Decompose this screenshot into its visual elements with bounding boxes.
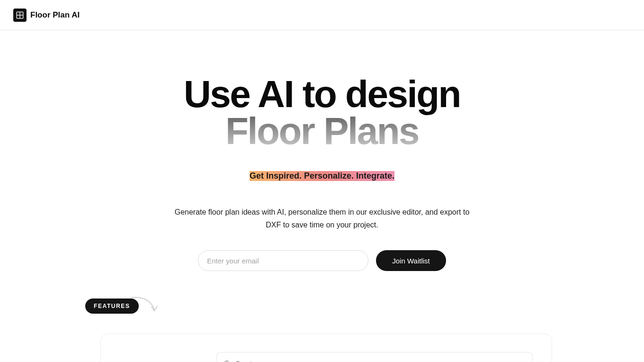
- hero-title-line2: Floor Plans: [225, 110, 419, 152]
- hero-tagline: Get Inspired. Personalize. Integrate.: [250, 171, 394, 181]
- hero-subtext: Generate floor plan ideas with AI, perso…: [170, 206, 474, 231]
- room-builder-panel: Create a new room... Requirements: [216, 352, 533, 362]
- site-header: Floor Plan AI: [0, 0, 644, 30]
- hero-title-line1: Use AI to design: [184, 73, 460, 115]
- waitlist-form: Join Waitlist: [0, 250, 644, 271]
- brand-name: Floor Plan AI: [30, 10, 80, 20]
- hero-title: Use AI to design Floor Plans: [0, 76, 644, 150]
- hero-tagline-wrap: Get Inspired. Personalize. Integrate.: [0, 150, 644, 181]
- room-builder-search-row: Create a new room...: [217, 353, 532, 362]
- join-waitlist-button[interactable]: Join Waitlist: [376, 250, 446, 271]
- email-field[interactable]: [198, 250, 368, 271]
- brand-logo-icon: [13, 9, 27, 22]
- room-builder-placeholder: Create a new room...: [235, 360, 297, 362]
- feature-preview-card: Create a new room... Requirements: [100, 334, 552, 362]
- curved-arrow-icon: [131, 296, 160, 315]
- search-icon: [224, 360, 231, 362]
- hero-section: Use AI to design Floor Plans Get Inspire…: [0, 30, 644, 271]
